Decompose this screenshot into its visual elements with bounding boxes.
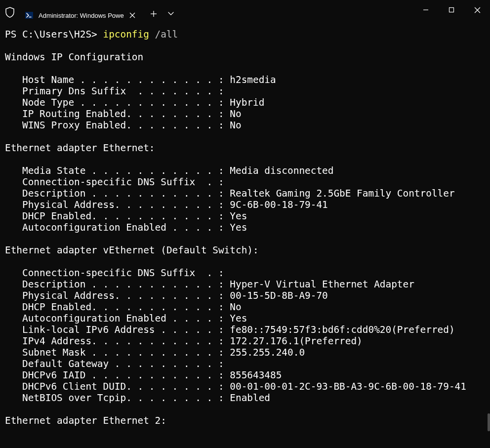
close-icon: [129, 12, 135, 18]
svg-rect-0: [25, 12, 33, 19]
tab-powershell[interactable]: Administrator: Windows Powe: [20, 6, 143, 25]
chevron-down-icon: [168, 12, 174, 16]
maximize-icon: [449, 7, 454, 13]
minimize-icon: [423, 7, 429, 13]
plus-icon: [150, 10, 157, 17]
prompt-argument: /all: [149, 29, 178, 40]
scrollbar-thumb[interactable]: [488, 413, 490, 431]
window-controls: [413, 0, 490, 20]
tab-dropdown-button[interactable]: [168, 12, 174, 16]
terminal-output[interactable]: PS C:\Users\H2S> ipconfig /all Windows I…: [0, 25, 490, 448]
new-tab-button[interactable]: [150, 10, 157, 17]
tab-close-button[interactable]: [128, 11, 137, 20]
admin-shield-wrapper: [0, 7, 20, 18]
maximize-button[interactable]: [439, 0, 464, 20]
powershell-icon: [25, 11, 34, 20]
close-window-button[interactable]: [464, 0, 490, 20]
titlebar: Administrator: Windows Powe: [0, 0, 490, 25]
prompt-command: ipconfig: [103, 29, 149, 40]
prompt-path: PS C:\Users\H2S>: [5, 29, 103, 40]
admin-shield-icon: [5, 7, 15, 18]
tab-title: Administrator: Windows Powe: [39, 12, 124, 19]
tab-actions: [150, 10, 174, 17]
close-icon: [474, 7, 481, 13]
svg-rect-7: [449, 8, 454, 12]
minimize-button[interactable]: [413, 0, 439, 20]
